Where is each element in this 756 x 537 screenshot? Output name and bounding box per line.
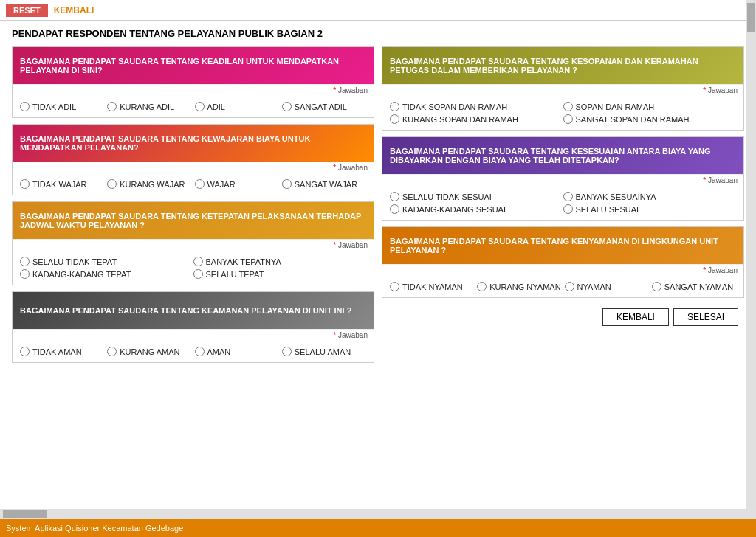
option-kurang-adil[interactable]: KURANG ADIL (107, 102, 191, 111)
option-sangat-adil[interactable]: SANGAT ADIL (282, 102, 366, 111)
radio-tidak-adil[interactable] (20, 102, 30, 111)
radio-wajar[interactable] (195, 179, 205, 189)
kembali-top-button[interactable]: KEMBALI (54, 5, 94, 15)
question-kesopanan-options: TIDAK SOPAN DAN RAMAH SOPAN DAN RAMAH KU… (382, 96, 743, 130)
radio-banyak-sesuainya[interactable] (563, 192, 573, 201)
option-tidak-adil[interactable]: TIDAK ADIL (20, 102, 104, 111)
radio-kadang-kadang-sesuai[interactable] (390, 204, 399, 214)
option-kadang-kadang-sesuai[interactable]: KADANG-KADANG SESUAI (390, 204, 563, 214)
radio-selalu-sesuai[interactable] (563, 204, 573, 214)
question-ketepatan-jawaban: * Jawaban (13, 239, 374, 251)
main-content: PENDAPAT RESPONDEN TENTANG PELAYANAN PUB… (0, 21, 756, 519)
question-keadilan-jawaban: * Jawaban (13, 84, 374, 96)
form-columns: BAGAIMANA PENDAPAT SAUDARA TENTANG KEADI… (12, 46, 744, 512)
option-tidak-nyaman[interactable]: TIDAK NYAMAN (390, 282, 474, 291)
radio-sangat-adil[interactable] (282, 102, 292, 111)
question-keamanan: BAGAIMANA PENDAPAT SAUDARA TENTANG KEAMA… (12, 291, 374, 363)
question-kenyamanan: BAGAIMANA PENDAPAT SAUDARA TENTANG KENYA… (382, 226, 744, 298)
question-kenyamanan-jawaban: * Jawaban (382, 264, 743, 276)
toolbar: RESET KEMBALI (0, 0, 756, 21)
option-selalu-sesuai[interactable]: SELALU SESUAI (563, 204, 737, 214)
option-tidak-wajar[interactable]: TIDAK WAJAR (20, 179, 104, 189)
option-adil[interactable]: ADIL (195, 102, 279, 111)
question-kewajaran-header: BAGAIMANA PENDAPAT SAUDARA TENTANG KEWAJ… (13, 125, 374, 162)
option-kurang-aman[interactable]: KURANG AMAN (107, 347, 191, 356)
option-sopan[interactable]: SOPAN DAN RAMAH (563, 102, 737, 111)
radio-tidak-nyaman[interactable] (390, 282, 399, 291)
question-kewajaran-options: TIDAK WAJAR KURANG WAJAR WAJAR SANGAT WA… (13, 173, 374, 195)
radio-selalu-aman[interactable] (282, 347, 292, 356)
radio-kurang-nyaman[interactable] (477, 282, 487, 291)
radio-sangat-sopan[interactable] (563, 114, 573, 124)
option-selalu-aman[interactable]: SELALU AMAN (282, 347, 366, 356)
radio-nyaman[interactable] (565, 282, 574, 291)
option-sangat-wajar[interactable]: SANGAT WAJAR (282, 179, 366, 189)
question-kesopanan: BAGAIMANA PENDAPAT SAUDARA TENTANG KESOP… (382, 46, 744, 131)
question-keamanan-header: BAGAIMANA PENDAPAT SAUDARA TENTANG KEAMA… (13, 292, 374, 329)
option-tidak-sopan[interactable]: TIDAK SOPAN DAN RAMAH (390, 102, 563, 111)
radio-selalu-tidak-sesuai[interactable] (390, 192, 399, 201)
question-ketepatan-options: SELALU TIDAK TEPAT BANYAK TEPATNYA KADAN… (13, 251, 374, 285)
radio-sopan[interactable] (563, 102, 573, 111)
option-kadang-kadang-tepat[interactable]: KADANG-KADANG TEPAT (20, 269, 193, 279)
option-banyak-tepatnya[interactable]: BANYAK TEPATNYA (193, 257, 367, 266)
question-kewajaran-jawaban: * Jawaban (13, 162, 374, 173)
radio-sangat-nyaman[interactable] (652, 282, 662, 291)
radio-kadang-kadang-tepat[interactable] (20, 269, 30, 279)
radio-kurang-sopan[interactable] (390, 114, 399, 124)
option-sangat-sopan[interactable]: SANGAT SOPAN DAN RAMAH (563, 114, 737, 124)
statusbar: System Aplikasi Quisioner Kecamatan Gede… (0, 519, 756, 537)
option-kurang-nyaman[interactable]: KURANG NYAMAN (477, 282, 561, 291)
question-keadilan-options: TIDAK ADIL KURANG ADIL ADIL SANGAT ADIL (13, 96, 374, 117)
question-ketepatan: BAGAIMANA PENDAPAT SAUDARA TENTANG KETEP… (12, 201, 374, 285)
question-kenyamanan-header: BAGAIMANA PENDAPAT SAUDARA TENTANG KENYA… (382, 227, 743, 264)
question-kesesuaian-jawaban: * Jawaban (382, 174, 743, 186)
radio-tidak-sopan[interactable] (390, 102, 399, 111)
option-selalu-tidak-tepat[interactable]: SELALU TIDAK TEPAT (20, 257, 193, 266)
radio-kurang-wajar[interactable] (107, 179, 117, 189)
radio-selalu-tidak-tepat[interactable] (20, 257, 30, 266)
vscroll-thumb[interactable] (747, 3, 755, 32)
hscroll-thumb[interactable] (3, 510, 47, 518)
selesai-button[interactable]: SELESAI (673, 308, 738, 326)
question-kesopanan-jawaban: * Jawaban (382, 84, 743, 96)
option-kurang-wajar[interactable]: KURANG WAJAR (107, 179, 191, 189)
option-nyaman[interactable]: NYAMAN (565, 282, 649, 291)
question-keadilan-header: BAGAIMANA PENDAPAT SAUDARA TENTANG KEADI… (13, 47, 374, 84)
bottom-bar: KEMBALI SELESAI (382, 304, 744, 330)
reset-button[interactable]: RESET (6, 4, 48, 17)
question-kewajaran: BAGAIMANA PENDAPAT SAUDARA TENTANG KEWAJ… (12, 124, 374, 195)
radio-kurang-adil[interactable] (107, 102, 117, 111)
question-kesesuaian-options: SELALU TIDAK SESUAI BANYAK SESUAINYA KAD… (382, 186, 743, 220)
question-keamanan-jawaban: * Jawaban (13, 329, 374, 341)
option-kurang-sopan[interactable]: KURANG SOPAN DAN RAMAH (390, 114, 563, 124)
radio-selalu-tepat[interactable] (193, 269, 203, 279)
question-keamanan-options: TIDAK AMAN KURANG AMAN AMAN SELALU AMAN (13, 341, 374, 362)
radio-sangat-wajar[interactable] (282, 179, 292, 189)
radio-aman[interactable] (195, 347, 205, 356)
option-sangat-nyaman[interactable]: SANGAT NYAMAN (652, 282, 736, 291)
kembali-button[interactable]: KEMBALI (602, 308, 669, 326)
question-ketepatan-header: BAGAIMANA PENDAPAT SAUDARA TENTANG KETEP… (13, 202, 374, 239)
radio-kurang-aman[interactable] (107, 347, 117, 356)
option-selalu-tidak-sesuai[interactable]: SELALU TIDAK SESUAI (390, 192, 563, 201)
page-title: PENDAPAT RESPONDEN TENTANG PELAYANAN PUB… (12, 28, 744, 39)
question-kesesuaian-header: BAGAIMANA PENDAPAT SAUDARA TENTANG KESES… (382, 137, 743, 174)
radio-tidak-aman[interactable] (20, 347, 30, 356)
radio-adil[interactable] (195, 102, 205, 111)
question-kesesuaian: BAGAIMANA PENDAPAT SAUDARA TENTANG KESES… (382, 136, 744, 221)
question-kesopanan-header: BAGAIMANA PENDAPAT SAUDARA TENTANG KESOP… (382, 47, 743, 84)
radio-banyak-tepatnya[interactable] (193, 257, 203, 266)
horizontal-scrollbar[interactable] (0, 509, 756, 519)
question-kenyamanan-options: TIDAK NYAMAN KURANG NYAMAN NYAMAN SANGAT… (382, 276, 743, 297)
option-aman[interactable]: AMAN (195, 347, 279, 356)
left-column: BAGAIMANA PENDAPAT SAUDARA TENTANG KEADI… (12, 46, 374, 512)
statusbar-text: System Aplikasi Quisioner Kecamatan Gede… (6, 524, 183, 533)
option-selalu-tepat[interactable]: SELALU TEPAT (193, 269, 367, 279)
option-tidak-aman[interactable]: TIDAK AMAN (20, 347, 104, 356)
option-banyak-sesuainya[interactable]: BANYAK SESUAINYA (563, 192, 737, 201)
vertical-scrollbar[interactable] (746, 0, 756, 509)
radio-tidak-wajar[interactable] (20, 179, 30, 189)
option-wajar[interactable]: WAJAR (195, 179, 279, 189)
right-column: BAGAIMANA PENDAPAT SAUDARA TENTANG KESOP… (382, 46, 744, 512)
